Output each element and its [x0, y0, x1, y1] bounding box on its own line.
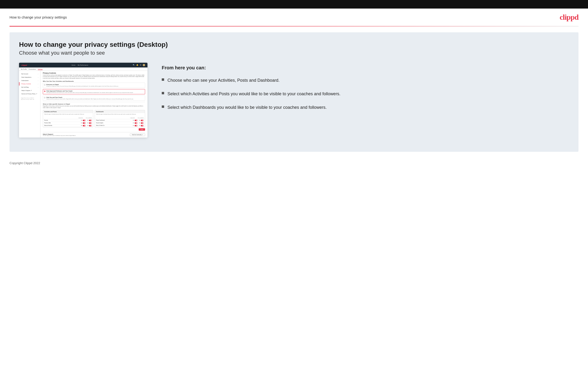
mock-activities-col-headers: COACHES FOLLOWERS — [43, 117, 93, 119]
mock-show-hide-desc: Regardless of the privacy controls that … — [43, 106, 145, 108]
mock-toggle-switch-rounds-followers — [89, 120, 92, 121]
mock-radio-label-only-you: Only You and Your Coach — [46, 97, 133, 98]
mock-sidebar-subscription: Subscription› — [19, 79, 40, 82]
mock-body: My Account› Data Integrations› Subscript… — [19, 71, 147, 138]
mock-radio-label-followers: Only Approved Followers and Your Coach — [46, 90, 133, 92]
screenshot-container: clippd Home My Performance 🔍 🔔 ⚙ My Prof… — [19, 63, 147, 138]
bullet-item-1: Choose who can see your Activities, Post… — [162, 77, 569, 83]
mock-sidebar-golf-bag: My Golf Bag› — [19, 85, 40, 89]
mock-save-button[interactable]: Save — [139, 128, 145, 131]
mock-radio-everyone: Everyone on Clippd Everyone on Clippd ca… — [43, 83, 145, 88]
mock-radio-group: Everyone on Clippd Everyone on Clippd ca… — [43, 83, 145, 101]
bullet-square-2 — [162, 92, 164, 94]
mock-activities-header: Activities and Posts — [43, 110, 93, 113]
mock-sidebar-my-account: My Account› — [19, 72, 40, 75]
mock-row-round-insights-label: Round Insights — [96, 122, 133, 124]
mock-toggle-manual-coaches: ON — [81, 125, 86, 126]
mock-radio-label-everyone: Everyone on Clippd — [46, 84, 119, 85]
mock-col-followers-act: FOLLOWERS — [86, 117, 92, 118]
mock-toggle-pair-what-to-work: ON ON — [133, 125, 144, 126]
mock-avatar — [143, 64, 145, 66]
mock-activities-table: Activities and Posts Select the types of… — [43, 110, 93, 127]
mock-toggle-rounds-followers: ON — [87, 120, 92, 121]
mock-row-rounds: Rounds ON ON — [43, 119, 93, 122]
mock-row-what-to-work: What To Work On ON ON — [95, 125, 145, 127]
mock-toggle-pair-practice: ON ON — [81, 122, 92, 124]
mock-radio-dot-only-you — [44, 97, 45, 98]
mock-sidebar-help: Help & Support ↗ — [19, 89, 40, 92]
mock-radio-followers: Only Approved Followers and Your Coach O… — [43, 89, 145, 94]
from-here-label: From here you can: — [162, 65, 569, 71]
mock-nav-home: Home — [72, 64, 75, 66]
mock-show-hide-title: Show or hide specific features in Clippd — [43, 103, 145, 105]
mock-toggle-pair-manual: ON ON — [81, 125, 92, 126]
mock-row-player-dash: Player Dashboard ON ON — [95, 119, 145, 122]
mock-toggle-switch-player-dash-followers — [141, 120, 144, 121]
mock-help-desc: Visit the Clippd community to troublesho… — [43, 135, 76, 136]
mock-radio-only-you: Only You and Your Coach Only you and the… — [43, 95, 145, 101]
bullet-text-2: Select which Activities and Posts you wo… — [167, 91, 340, 97]
bullet-square-1 — [162, 78, 164, 81]
content-row: clippd Home My Performance 🔍 🔔 ⚙ My Prof… — [19, 63, 569, 138]
mock-toggle-switch-what-to-work-coaches — [135, 125, 138, 126]
bullet-item-3: Select which Dashboards you would like t… — [162, 104, 569, 111]
mock-toggle-round-insights-coaches: ON — [133, 122, 138, 124]
mock-toggle-player-dash-coaches: ON — [133, 120, 138, 121]
mock-dashboards-col-headers: COACHES FOLLOWERS — [95, 117, 145, 119]
mock-visit-community-button[interactable]: Visit Our Community ↗ — [130, 133, 145, 136]
mock-tables-row: Activities and Posts Select the types of… — [43, 110, 145, 127]
mock-toggle-switch-manual-followers — [89, 125, 92, 126]
mock-nav-links: Home My Performance — [72, 64, 88, 66]
mock-who-can-see-title: Who Can See Your Activities and Dashboar… — [43, 81, 145, 82]
bullet-square-3 — [162, 106, 164, 108]
mock-row-round-insights: Round Insights ON ON — [95, 122, 145, 125]
header-title: How to change your privacy settings — [9, 15, 67, 19]
mock-row-player-dash-label: Player Dashboard — [96, 120, 133, 121]
mock-help-section: Help & Support Visit the Clippd communit… — [43, 132, 145, 136]
mock-privacy-desc: Control how you and your data appears to… — [43, 75, 145, 79]
mock-toggle-pair-round-insights: ON ON — [133, 122, 144, 124]
mock-row-manual-label: Manual Activities — [44, 125, 81, 126]
mock-dashboards-header: Dashboards — [95, 110, 145, 113]
mock-radio-desc-followers: Only approved followers and coaches you … — [46, 92, 133, 93]
mock-dashboards-desc: Select the types of activity that you'd … — [95, 113, 145, 116]
footer: Copyright Clippd 2022 — [0, 158, 588, 169]
top-bar — [0, 0, 588, 8]
mock-toggle-switch-practice-coaches — [83, 122, 86, 124]
mock-bell-icon: 🔔 — [136, 64, 138, 66]
mock-sub-tabs: My Profile Connections Settings — [19, 67, 147, 71]
mock-col-coaches-act: COACHES — [78, 117, 83, 118]
mock-dashboards-table: Dashboards Select the types of activity … — [95, 110, 145, 127]
mock-toggle-practice-followers: ON — [87, 122, 92, 124]
mock-row-rounds-label: Rounds — [44, 120, 81, 121]
mock-toggle-switch-practice-followers — [89, 122, 92, 124]
mock-settings-icon: ⚙ — [140, 64, 141, 66]
mock-save-row: Save — [43, 128, 145, 131]
bullet-item-2: Select which Activities and Posts you wo… — [162, 91, 569, 97]
mock-radio-dot-everyone — [44, 84, 45, 85]
mock-sidebar-privacy: Privacy Controls› — [19, 82, 40, 85]
mock-sidebar-service: Service & Privacy Policy ↗ — [19, 92, 40, 95]
mock-row-practice: Practice Drills ON ON — [43, 122, 93, 125]
mock-tab-connections: Connections — [28, 68, 36, 70]
mock-navbar: clippd Home My Performance 🔍 🔔 ⚙ — [19, 63, 147, 67]
mock-search-icon: 🔍 — [133, 64, 135, 66]
mock-radio-desc-everyone: Everyone on Clippd can search for you an… — [46, 85, 119, 87]
mock-toggle-switch-player-dash-coaches — [135, 120, 138, 121]
copyright-text: Copyright Clippd 2022 — [9, 161, 40, 165]
mock-privacy-title: Privacy Controls — [43, 72, 145, 74]
mock-toggle-rounds-coaches: ON — [81, 120, 86, 121]
page-subheading: Choose what you want people to see — [19, 50, 569, 56]
mock-tab-settings: Settings — [38, 68, 43, 70]
mock-toggle-round-insights-followers: ON — [139, 122, 144, 124]
mock-toggle-switch-round-insights-coaches — [135, 122, 138, 124]
mock-toggle-practice-coaches: ON — [81, 122, 86, 124]
bullet-text-3: Select which Dashboards you would like t… — [167, 104, 327, 111]
header-divider — [9, 26, 579, 27]
mock-toggle-what-to-work-coaches: ON — [133, 125, 138, 126]
mock-main-panel: Privacy Controls Control how you and you… — [40, 71, 147, 138]
mock-toggle-switch-what-to-work-followers — [141, 125, 144, 126]
mock-row-manual: Manual Activities ON ON — [43, 125, 93, 127]
mock-row-practice-label: Practice Drills — [44, 122, 81, 124]
right-panel: From here you can: Choose who can see yo… — [162, 63, 569, 111]
